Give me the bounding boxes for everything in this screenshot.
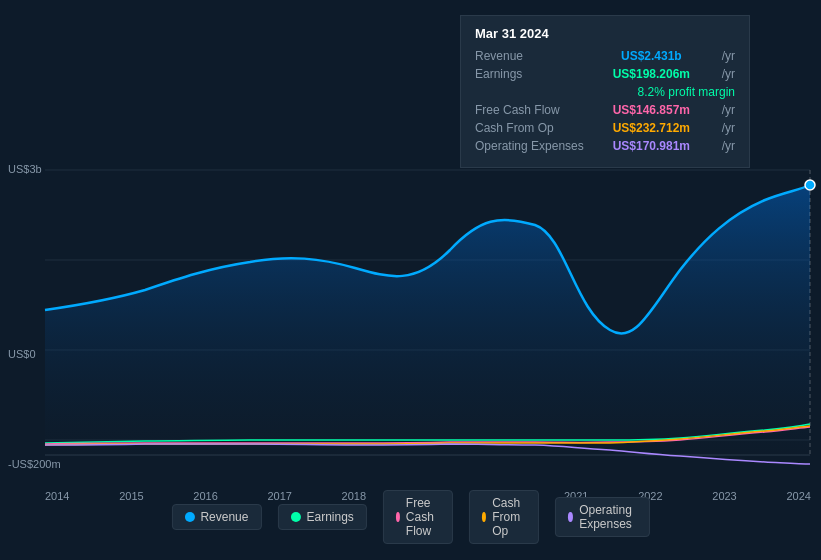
tooltip-cashfromop-value: US$232.712m xyxy=(613,121,690,135)
y-label-top: US$3b xyxy=(8,163,42,175)
tooltip-cashfromop-unit: /yr xyxy=(722,121,735,135)
tooltip-margin-row: 8.2% profit margin xyxy=(475,85,735,99)
tooltip-freecash-value: US$146.857m xyxy=(613,103,690,117)
tooltip-freecash-label: Free Cash Flow xyxy=(475,103,585,117)
legend-freecash-label: Free Cash Flow xyxy=(406,496,440,538)
data-tooltip: Mar 31 2024 Revenue US$2.431b /yr Earnin… xyxy=(460,15,750,168)
legend-opex-label: Operating Expenses xyxy=(579,503,636,531)
chart-legend: Revenue Earnings Free Cash Flow Cash Fro… xyxy=(171,490,649,544)
legend-cashfromop-label: Cash From Op xyxy=(492,496,526,538)
tooltip-opex-label: Operating Expenses xyxy=(475,139,585,153)
x-label-2015: 2015 xyxy=(119,490,143,502)
tooltip-earnings-unit: /yr xyxy=(722,67,735,81)
legend-opex-dot xyxy=(568,512,573,522)
tooltip-opex-row: Operating Expenses US$170.981m /yr xyxy=(475,139,735,153)
tooltip-revenue-value: US$2.431b xyxy=(621,49,682,63)
x-label-2023: 2023 xyxy=(712,490,736,502)
y-label-mid: US$0 xyxy=(8,348,36,360)
legend-earnings[interactable]: Earnings xyxy=(277,504,366,530)
legend-cashfromop-dot xyxy=(482,512,486,522)
tooltip-cashfromop-row: Cash From Op US$232.712m /yr xyxy=(475,121,735,135)
chart-container: US$3b US$0 -US$200m 2014 2015 2016 2017 … xyxy=(0,0,821,560)
tooltip-earnings-value: US$198.206m xyxy=(613,67,690,81)
tooltip-freecash-unit: /yr xyxy=(722,103,735,117)
legend-earnings-dot xyxy=(290,512,300,522)
y-label-bottom: -US$200m xyxy=(8,458,61,470)
tooltip-earnings-label: Earnings xyxy=(475,67,585,81)
tooltip-date: Mar 31 2024 xyxy=(475,26,735,41)
legend-cashfromop[interactable]: Cash From Op xyxy=(469,490,539,544)
tooltip-margin: 8.2% profit margin xyxy=(638,85,735,99)
tooltip-earnings-row: Earnings US$198.206m /yr xyxy=(475,67,735,81)
tooltip-opex-unit: /yr xyxy=(722,139,735,153)
x-label-2014: 2014 xyxy=(45,490,69,502)
legend-freecash-dot xyxy=(396,512,400,522)
tooltip-freecash-row: Free Cash Flow US$146.857m /yr xyxy=(475,103,735,117)
legend-opex[interactable]: Operating Expenses xyxy=(555,497,650,537)
legend-revenue[interactable]: Revenue xyxy=(171,504,261,530)
tooltip-revenue-unit: /yr xyxy=(722,49,735,63)
tooltip-cashfromop-label: Cash From Op xyxy=(475,121,585,135)
svg-point-7 xyxy=(805,180,815,190)
tooltip-opex-value: US$170.981m xyxy=(613,139,690,153)
legend-freecash[interactable]: Free Cash Flow xyxy=(383,490,453,544)
x-label-2024: 2024 xyxy=(786,490,810,502)
tooltip-revenue-row: Revenue US$2.431b /yr xyxy=(475,49,735,63)
tooltip-revenue-label: Revenue xyxy=(475,49,585,63)
legend-earnings-label: Earnings xyxy=(306,510,353,524)
legend-revenue-label: Revenue xyxy=(200,510,248,524)
legend-revenue-dot xyxy=(184,512,194,522)
